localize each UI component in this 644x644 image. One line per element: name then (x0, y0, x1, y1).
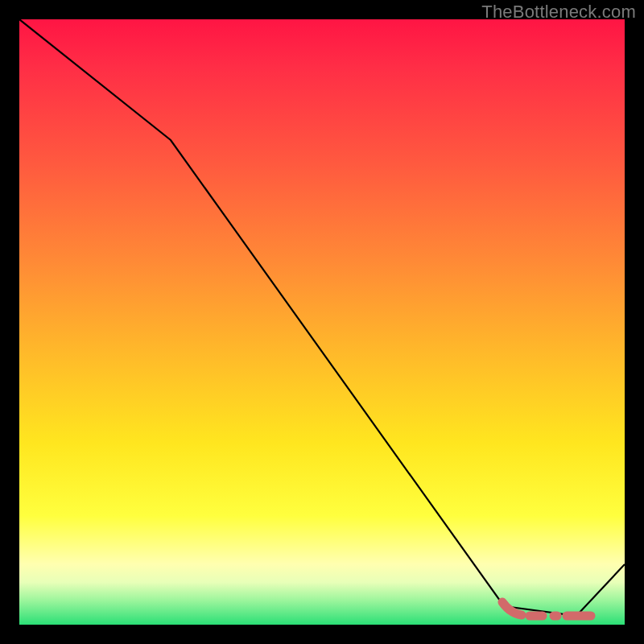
bottleneck-curve (19, 19, 625, 616)
optimal-zone (502, 602, 591, 616)
plot-area (19, 19, 625, 625)
watermark-text: TheBottleneck.com (481, 2, 636, 23)
chart-svg (19, 19, 625, 625)
chart-stage: TheBottleneck.com (0, 0, 644, 644)
